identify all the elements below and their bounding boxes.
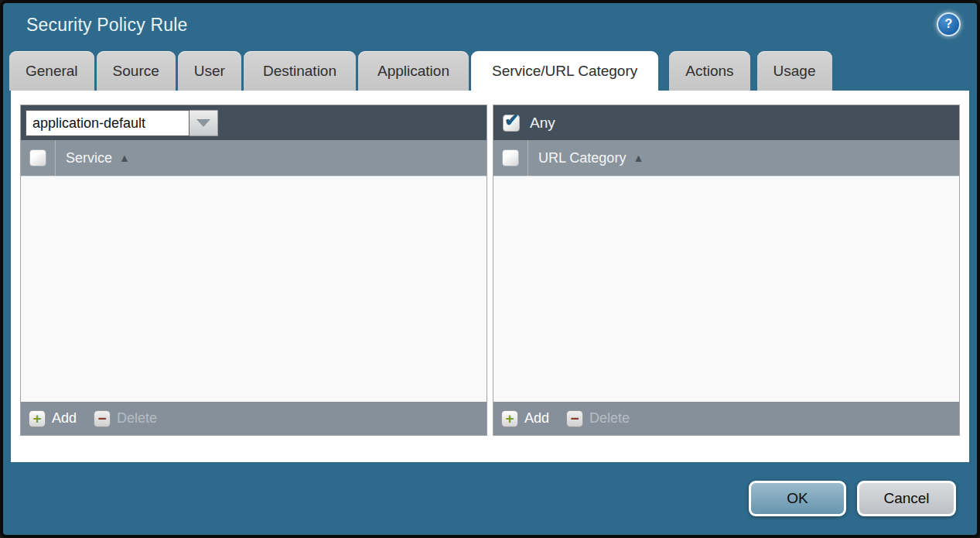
service-panel-header: application-default (21, 105, 487, 140)
tab-bar: General Source User Destination Applicat… (3, 51, 977, 91)
url-category-column-header[interactable]: URL Category (538, 150, 626, 166)
any-label: Any (530, 115, 555, 132)
tab-application[interactable]: Application (358, 51, 469, 91)
add-icon: + (501, 410, 518, 427)
service-add-button[interactable]: + Add (29, 410, 77, 427)
dialog-button-row: OK Cancel (3, 462, 977, 535)
sort-ascending-icon[interactable]: ▲ (633, 152, 644, 164)
service-list[interactable] (21, 176, 487, 402)
url-category-panel: ✔ Any URL Category ▲ + Add (493, 105, 960, 436)
url-category-delete-label: Delete (589, 410, 630, 427)
tab-actions[interactable]: Actions (669, 51, 750, 91)
any-row: ✔ Any (498, 115, 555, 132)
tab-content-service-url-category: application-default Service ▲ (11, 91, 969, 462)
tab-usage[interactable]: Usage (757, 51, 832, 91)
chevron-down-icon (196, 119, 210, 127)
security-policy-rule-window: Security Policy Rule ? General Source Us… (0, 0, 980, 538)
service-select-all-checkbox[interactable] (29, 149, 46, 166)
dialog-titlebar: Security Policy Rule ? (3, 3, 977, 51)
service-panel-footer: + Add − Delete (21, 402, 487, 435)
dialog-title: Security Policy Rule (26, 15, 188, 36)
service-dropdown-value[interactable]: application-default (26, 110, 190, 136)
checkmark-icon: ✔ (504, 110, 519, 131)
delete-icon: − (94, 410, 111, 427)
service-select-all-cell (21, 140, 56, 176)
tab-user[interactable]: User (178, 51, 241, 91)
url-category-add-button[interactable]: + Add (501, 410, 549, 427)
help-icon[interactable]: ? (937, 12, 961, 36)
service-column-header[interactable]: Service (66, 150, 112, 166)
service-delete-label: Delete (117, 410, 157, 427)
tab-general[interactable]: General (9, 51, 94, 91)
url-category-list[interactable] (493, 176, 959, 402)
service-table-header: Service ▲ (21, 140, 487, 176)
tab-source[interactable]: Source (97, 51, 176, 91)
url-category-panel-header: ✔ Any (493, 105, 959, 140)
service-delete-button[interactable]: − Delete (94, 410, 157, 427)
delete-icon: − (566, 410, 583, 427)
add-icon: + (29, 410, 46, 427)
url-category-select-all-checkbox[interactable] (502, 149, 519, 166)
cancel-button[interactable]: Cancel (857, 481, 956, 516)
url-category-panel-footer: + Add − Delete (493, 402, 959, 435)
url-category-add-label: Add (524, 410, 549, 427)
tab-destination[interactable]: Destination (244, 51, 356, 91)
dropdown-arrow-button[interactable] (190, 110, 218, 136)
url-category-select-all-cell (493, 140, 528, 176)
security-policy-rule-dialog: Security Policy Rule ? General Source Us… (3, 3, 977, 535)
any-checkbox[interactable]: ✔ (503, 115, 520, 132)
url-category-table-header: URL Category ▲ (493, 140, 959, 176)
tab-service-url-category[interactable]: Service/URL Category (471, 51, 658, 91)
url-category-delete-button[interactable]: − Delete (566, 410, 630, 427)
service-add-label: Add (52, 410, 77, 427)
service-type-dropdown[interactable]: application-default (26, 110, 218, 136)
sort-ascending-icon[interactable]: ▲ (119, 152, 130, 164)
ok-button[interactable]: OK (749, 481, 846, 516)
service-panel: application-default Service ▲ (20, 105, 487, 436)
